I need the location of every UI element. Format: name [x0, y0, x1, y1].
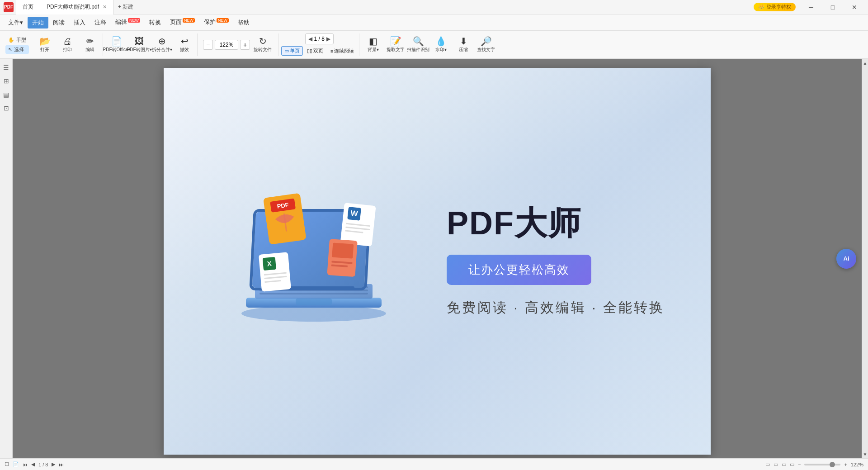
viewer-area: PDF W	[13, 59, 862, 458]
effect-btn[interactable]: ↩ 撤效	[174, 34, 195, 56]
extract-text-btn[interactable]: 📝 提取文字	[385, 34, 406, 56]
find-icon: 🔎	[481, 37, 492, 46]
tool-group-mode: ✋ 手型 ↖ 选择	[4, 33, 31, 56]
compress-icon: ⬇	[460, 37, 467, 46]
minimize-button[interactable]: ─	[801, 0, 821, 14]
compress-btn[interactable]: ⬇ 压缩	[453, 34, 474, 56]
scroll-down-btn[interactable]: ▼	[862, 451, 868, 457]
sidebar-bookmark-icon[interactable]: ▤	[1, 90, 11, 100]
tab-new[interactable]: + 新建	[113, 0, 138, 14]
page-nav-first[interactable]: ⏮	[23, 462, 28, 467]
sidebar-annot-icon[interactable]: ⊡	[1, 103, 11, 113]
tab-doc[interactable]: PDF大师功能说明.pdf ✕	[40, 0, 113, 14]
sidebar-thumb-icon[interactable]: ⊞	[1, 76, 11, 86]
status-zoom-in[interactable]: +	[844, 462, 847, 467]
menu-edit[interactable]: 编辑NEW	[111, 16, 145, 28]
app-icon: PDF	[4, 2, 14, 12]
split-merge-btn[interactable]: ⊕ 拆分合并▾	[151, 34, 173, 56]
maximize-button[interactable]: □	[823, 0, 843, 14]
edit-btn[interactable]: ✏ 编辑	[79, 34, 101, 56]
page-nav-prev[interactable]: ◀	[31, 461, 35, 467]
page-nav: ◀ 1 / 8 ▶	[305, 33, 334, 44]
menu-start[interactable]: 开始	[28, 17, 48, 28]
double-page-btn[interactable]: ▯▯ 双页	[304, 46, 326, 56]
pdf-to-img-btn[interactable]: 🖼 PDF转图片▾	[128, 34, 150, 56]
svg-rect-20	[332, 242, 354, 258]
main-area: ☰ ⊞ ▤ ⊡	[0, 59, 868, 458]
zoom-input[interactable]	[215, 40, 238, 50]
tool-group-file: 📂 打开 🖨 打印 ✏ 编辑	[32, 33, 103, 56]
background-icon: ◧	[369, 37, 377, 46]
single-icon: ▭	[284, 48, 289, 54]
menu-help[interactable]: 帮助	[233, 17, 254, 28]
zoom-slider-thumb[interactable]	[830, 462, 835, 467]
pdf-right-content: PDF大师 让办公更轻松高效 免费阅读 · 高效编辑 · 全能转换	[447, 205, 675, 317]
menu-read[interactable]: 阅读	[48, 17, 69, 28]
scroll-track	[862, 66, 868, 451]
page-prev-icon[interactable]: ◀	[308, 36, 312, 42]
hand-tool-btn[interactable]: ✋ 手型	[5, 36, 29, 44]
page-nav-next[interactable]: ▶	[52, 461, 55, 467]
sidebar-pages-icon[interactable]: ☰	[1, 62, 11, 72]
page-nav-last[interactable]: ⏭	[59, 462, 64, 467]
continuous-btn[interactable]: ≡ 连续阅读	[327, 46, 357, 56]
pdf-subtitle-button: 让办公更轻松高效	[447, 255, 591, 285]
tool-group-convert: 📄 PDF转Office▾ 🖼 PDF转图片▾ ⊕ 拆分合并▾ ↩ 撤效	[104, 33, 198, 56]
pdf-to-office-btn[interactable]: 📄 PDF转Office▾	[106, 34, 127, 56]
title-bar-left: PDF 首页 PDF大师功能说明.pdf ✕ + 新建	[4, 0, 138, 14]
menu-insert[interactable]: 插入	[69, 17, 90, 28]
pdf-page: PDF W	[164, 68, 711, 455]
status-left: ☐ 📄 ⏮ ◀ 1 / 8 ▶ ⏭	[5, 461, 64, 467]
menu-annotate[interactable]: 注释	[90, 17, 111, 28]
laptop-svg: PDF W	[232, 189, 395, 334]
menu-convert[interactable]: 转换	[145, 17, 165, 28]
zoom-area: − + ↻ 旋转文件	[200, 34, 276, 56]
open-btn[interactable]: 📂 打开	[34, 34, 56, 56]
login-button[interactable]: 👑 登录享特权	[754, 3, 796, 11]
rotate-btn[interactable]: ↻ 旋转文件	[252, 34, 274, 56]
office-icon: 📄	[111, 37, 123, 46]
zoom-in-btn[interactable]: +	[240, 40, 250, 50]
edit-icon: ✏	[86, 37, 94, 46]
tab-close-icon[interactable]: ✕	[103, 4, 107, 10]
menu-page[interactable]: 页面NEW	[165, 16, 199, 28]
find-text-btn[interactable]: 🔎 查找文字	[475, 34, 497, 56]
status-new-icon[interactable]: ☐	[5, 461, 9, 467]
select-tool-btn[interactable]: ↖ 选择	[5, 45, 29, 54]
menu-file[interactable]: 文件▾	[4, 17, 28, 28]
status-view2-icon[interactable]: ▭	[774, 461, 778, 467]
print-btn[interactable]: 🖨 打印	[57, 34, 78, 56]
rotate-icon: ↻	[259, 37, 267, 46]
mode-group: ✋ 手型 ↖ 选择	[5, 36, 29, 54]
svg-point-0	[241, 305, 386, 322]
status-page-info: 1 / 8	[38, 462, 48, 467]
status-view1-icon[interactable]: ▭	[765, 461, 770, 467]
crown-icon: 👑	[758, 4, 764, 10]
pdf-tagline: 免费阅读 · 高效编辑 · 全能转换	[447, 299, 665, 317]
extract-icon: 📝	[390, 37, 401, 46]
tab-home[interactable]: 首页	[16, 0, 40, 14]
ai-float-button[interactable]: Ai	[836, 249, 856, 269]
scan-btn[interactable]: 🔍 扫描件识别	[407, 34, 429, 56]
watermark-btn[interactable]: 💧 水印▾	[430, 34, 452, 56]
svg-text:W: W	[350, 209, 359, 218]
svg-rect-5	[259, 293, 368, 294]
status-bar: ☐ 📄 ⏮ ◀ 1 / 8 ▶ ⏭ ▭ ▭ ▭ ▭ − + 122%	[0, 458, 868, 470]
single-page-btn[interactable]: ▭ 单页	[281, 46, 303, 56]
toolbar: ✋ 手型 ↖ 选择 📂 打开 🖨 打印 ✏ 编辑 📄 PDF转Office▾	[0, 31, 868, 59]
scroll-up-btn[interactable]: ▲	[862, 60, 868, 66]
page-next-icon[interactable]: ▶	[326, 36, 330, 42]
menu-protect[interactable]: 保护NEW	[199, 16, 233, 28]
status-view3-icon[interactable]: ▭	[782, 461, 786, 467]
status-open-icon[interactable]: 📄	[13, 461, 19, 467]
close-button[interactable]: ✕	[844, 0, 864, 14]
background-btn[interactable]: ◧ 背景▾	[362, 34, 384, 56]
menu-bar: 文件▾ 开始 阅读 插入 注释 编辑NEW 转换 页面NEW 保护NEW 帮助	[0, 14, 868, 31]
split-icon: ⊕	[158, 37, 166, 46]
zoom-slider[interactable]	[804, 464, 840, 465]
view-group: ▭ 单页 ▯▯ 双页 ≡ 连续阅读	[281, 46, 357, 56]
status-view4-icon[interactable]: ▭	[790, 461, 794, 467]
status-zoom-out[interactable]: −	[798, 462, 801, 467]
image-icon: 🖼	[135, 37, 144, 46]
zoom-out-btn[interactable]: −	[203, 40, 213, 50]
